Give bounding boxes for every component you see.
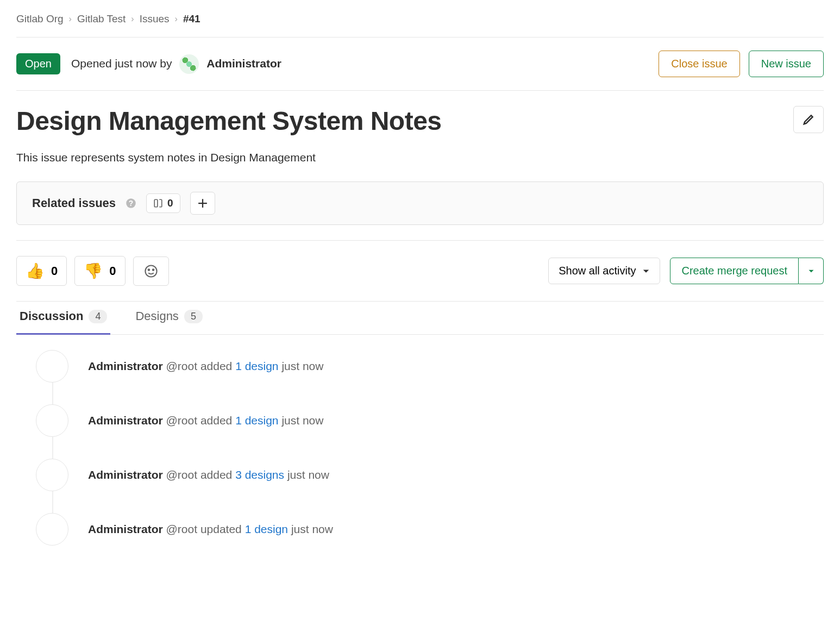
breadcrumb-current: #41 [183,13,200,25]
tabs: Discussion 4 Designs 5 [16,302,824,335]
edit-button[interactable] [793,106,824,133]
timeline-time: just now [291,523,333,535]
timeline-item: Administrator @root added 3 designs just… [36,459,824,513]
timeline: Administrator @root added 1 design just … [16,335,824,567]
timeline-action: added [200,414,232,427]
svg-point-5 [152,269,154,271]
thumbs-up-icon: 👍 [26,262,45,280]
related-issues-panel: Related issues ? 0 [16,181,824,225]
opened-prefix: Opened just now by [71,57,172,69]
chevron-down-icon [642,267,650,275]
timeline-handle: @root [166,360,198,372]
chevron-right-icon: › [131,14,134,24]
pencil-icon [803,114,814,126]
timeline-author[interactable]: Administrator [88,468,163,481]
timeline-item: Administrator @root added 1 design just … [36,404,824,459]
timeline-link[interactable]: 3 designs [235,468,284,481]
smiley-icon [144,264,158,278]
tab-discussion[interactable]: Discussion 4 [16,302,110,335]
timeline-text: Administrator @root updated 1 design jus… [88,523,333,536]
thumbs-down-button[interactable]: 👎 0 [74,256,125,286]
create-merge-request-dropdown[interactable] [799,258,824,284]
issue-header: Open Opened just now by Administrator Cl… [16,37,824,90]
timeline-author[interactable]: Administrator [88,360,163,372]
timeline-item: Administrator @root added 1 design just … [36,350,824,404]
timeline-action: added [200,360,232,372]
add-related-issue-button[interactable] [190,192,215,215]
caret-down-icon [808,268,814,274]
activity-filter-dropdown[interactable]: Show all activity [548,258,660,284]
timeline-author[interactable]: Administrator [88,414,163,427]
chevron-right-icon: › [69,14,72,24]
avatar[interactable] [36,459,68,491]
svg-point-4 [148,269,149,271]
timeline-handle: @root [166,414,198,427]
timeline-text: Administrator @root added 3 designs just… [88,468,329,481]
reactions-row: 👍 0 👎 0 Show all activity Create merge r… [16,240,824,301]
timeline-action: added [200,468,232,481]
plus-icon [198,198,208,208]
thumbs-down-icon: 👎 [84,262,103,280]
header-actions: Close issue New issue [659,51,824,77]
create-merge-request-button[interactable]: Create merge request [670,258,799,284]
avatar[interactable] [36,404,68,437]
tab-discussion-label: Discussion [20,309,83,323]
close-issue-button[interactable]: Close issue [659,51,739,77]
title-row: Design Management System Notes [16,91,824,141]
timeline-time: just now [287,468,329,481]
tab-designs[interactable]: Designs 5 [132,302,206,335]
add-reaction-button[interactable] [133,256,169,286]
thumbs-up-button[interactable]: 👍 0 [16,256,67,286]
issue-title: Design Management System Notes [16,106,442,136]
timeline-author[interactable]: Administrator [88,523,163,535]
svg-point-3 [145,265,156,277]
chevron-right-icon: › [175,14,178,24]
author-link[interactable]: Administrator [206,57,281,69]
avatar[interactable] [36,513,68,546]
timeline-handle: @root [166,468,198,481]
breadcrumb-issues[interactable]: Issues [140,13,170,25]
help-icon[interactable]: ? [126,198,136,209]
thumbs-down-count: 0 [109,264,116,278]
timeline-link[interactable]: 1 design [245,523,288,535]
svg-rect-2 [154,199,158,207]
create-merge-request-group: Create merge request [670,258,824,284]
timeline-time: just now [281,414,323,427]
avatar[interactable] [36,350,68,383]
related-count-value: 0 [167,197,173,209]
timeline-action: updated [200,523,242,535]
tab-discussion-badge: 4 [89,310,107,323]
new-issue-button[interactable]: New issue [749,51,824,77]
timeline-item: Administrator @root updated 1 design jus… [36,513,824,567]
svg-text:?: ? [129,199,133,208]
tab-designs-badge: 5 [184,310,203,323]
issue-icon [153,198,163,208]
timeline-link[interactable]: 1 design [235,360,278,372]
thumbs-up-count: 0 [51,264,58,278]
status-badge: Open [16,53,60,74]
timeline-link[interactable]: 1 design [235,414,278,427]
opened-text: Opened just now by Administrator [71,54,281,74]
timeline-text: Administrator @root added 1 design just … [88,360,323,373]
breadcrumbs: Gitlab Org › Gitlab Test › Issues › #41 [16,0,824,37]
issue-description: This issue represents system notes in De… [16,141,824,181]
tab-designs-label: Designs [135,309,178,323]
timeline-text: Administrator @root added 1 design just … [88,414,323,427]
related-issues-title: Related issues [32,196,116,210]
avatar[interactable] [179,54,199,74]
timeline-time: just now [281,360,323,372]
activity-filter-label: Show all activity [559,265,636,277]
timeline-handle: @root [166,523,198,535]
activity-actions: Show all activity Create merge request [548,258,824,284]
breadcrumb-gitlab-org[interactable]: Gitlab Org [16,13,64,25]
breadcrumb-gitlab-test[interactable]: Gitlab Test [77,13,126,25]
related-issues-count: 0 [146,193,180,213]
